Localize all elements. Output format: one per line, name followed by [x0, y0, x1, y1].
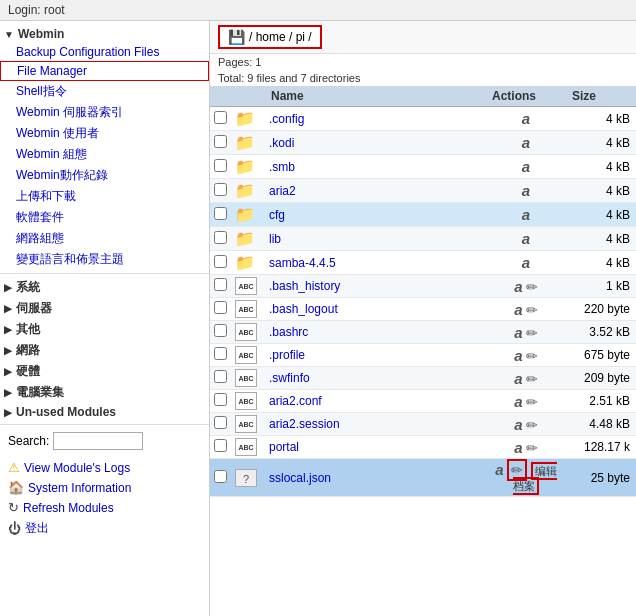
file-tbody: 📁.configa4 kB📁.kodia4 kB📁.smba4 kB📁aria2…	[210, 107, 636, 497]
computer-label: 電腦業集	[16, 384, 64, 401]
sidebar-item-webmin-log[interactable]: Webmin動作紀錄	[0, 165, 209, 186]
sidebar-item-webmin-users[interactable]: Webmin 使用者	[0, 123, 209, 144]
action-edit-btn[interactable]: ✏	[526, 371, 538, 387]
logout-icon: ⏻	[8, 521, 21, 536]
file-name-link[interactable]: .config	[269, 112, 304, 126]
file-name-link[interactable]: aria2.session	[269, 417, 340, 431]
row-checkbox[interactable]	[214, 324, 227, 337]
file-name-link[interactable]: lib	[269, 232, 281, 246]
file-name-link[interactable]: sslocal.json	[269, 471, 331, 485]
row-checkbox[interactable]	[214, 416, 227, 429]
sidebar-item-shell[interactable]: Shell指令	[0, 81, 209, 102]
action-rename-btn[interactable]: a	[514, 439, 522, 456]
row-checkbox[interactable]	[214, 370, 227, 383]
row-checkbox[interactable]	[214, 470, 227, 483]
file-size: 4.48 kB	[566, 413, 636, 436]
file-area: 💾 / home / pi / Pages: 1 Total: 9 files …	[210, 21, 636, 616]
unused-arrow: ▶	[4, 407, 12, 418]
row-checkbox[interactable]	[214, 183, 227, 196]
system-info-action[interactable]: 🏠 System Information	[0, 478, 209, 497]
table-row: 📁.smba4 kB	[210, 155, 636, 179]
row-checkbox[interactable]	[214, 159, 227, 172]
system-group[interactable]: ▶ 系統	[0, 277, 209, 298]
row-checkbox[interactable]	[214, 278, 227, 291]
action-rename-btn[interactable]: a	[514, 347, 522, 364]
action-edit-btn[interactable]: ✏	[526, 302, 538, 318]
action-edit-btn[interactable]: ✏	[526, 325, 538, 341]
file-name-link[interactable]: .bash_logout	[269, 302, 338, 316]
action-edit-btn[interactable]: ✏	[526, 348, 538, 364]
sidebar-item-software[interactable]: 軟體套件	[0, 207, 209, 228]
action-edit-btn[interactable]: ✏	[526, 417, 538, 433]
abc-file-icon: ABC	[235, 300, 257, 318]
action-rename-btn[interactable]: a	[514, 393, 522, 410]
sidebar-item-theme[interactable]: 變更語言和佈景主題	[0, 249, 209, 270]
sidebar-item-webmin-index[interactable]: Webmin 伺服器索引	[0, 102, 209, 123]
abc-file-icon: ABC	[235, 277, 257, 295]
action-rename-btn[interactable]: a	[514, 278, 522, 295]
file-name-link[interactable]: aria2.conf	[269, 394, 322, 408]
sidebar-item-upload[interactable]: 上傳和下載	[0, 186, 209, 207]
divider-1	[0, 273, 209, 274]
action-rename-btn[interactable]: a	[514, 301, 522, 318]
file-size: 4 kB	[566, 155, 636, 179]
refresh-modules-action[interactable]: ↻ Refresh Modules	[0, 498, 209, 517]
action-rename-btn[interactable]: a	[522, 134, 530, 151]
network-group[interactable]: ▶ 網路	[0, 340, 209, 361]
file-name-link[interactable]: .bash_history	[269, 279, 340, 293]
view-logs-action[interactable]: ⚠ View Module's Logs	[0, 458, 209, 477]
unused-group[interactable]: ▶ Un-used Modules	[0, 403, 209, 421]
file-name-link[interactable]: portal	[269, 440, 299, 454]
row-checkbox[interactable]	[214, 207, 227, 220]
file-name-link[interactable]: .profile	[269, 348, 305, 362]
sidebar-item-network[interactable]: 網路組態	[0, 228, 209, 249]
row-checkbox[interactable]	[214, 231, 227, 244]
action-rename-btn[interactable]: a	[495, 461, 503, 478]
file-size: 4 kB	[566, 227, 636, 251]
table-row: 📁.kodia4 kB	[210, 131, 636, 155]
search-input[interactable]	[53, 432, 143, 450]
other-arrow: ▶	[4, 324, 12, 335]
action-edit-btn[interactable]: ✏	[526, 279, 538, 295]
row-checkbox[interactable]	[214, 301, 227, 314]
action-rename-btn[interactable]: a	[522, 254, 530, 271]
row-checkbox[interactable]	[214, 135, 227, 148]
file-name-link[interactable]: .swfinfo	[269, 371, 310, 385]
file-name-link[interactable]: .smb	[269, 160, 295, 174]
action-rename-btn[interactable]: a	[514, 324, 522, 341]
action-rename-btn[interactable]: a	[522, 230, 530, 247]
row-checkbox[interactable]	[214, 255, 227, 268]
action-rename-btn[interactable]: a	[522, 110, 530, 127]
action-rename-btn[interactable]: a	[522, 158, 530, 175]
action-rename-btn[interactable]: a	[522, 206, 530, 223]
file-name-link[interactable]: .bashrc	[269, 325, 308, 339]
row-checkbox[interactable]	[214, 393, 227, 406]
server-group[interactable]: ▶ 伺服器	[0, 298, 209, 319]
table-row: 📁aria2a4 kB	[210, 179, 636, 203]
computer-group[interactable]: ▶ 電腦業集	[0, 382, 209, 403]
system-info-label: System Information	[28, 481, 131, 495]
other-label: 其他	[16, 321, 40, 338]
table-row: ABC.profilea✏675 byte	[210, 344, 636, 367]
file-name-link[interactable]: samba-4.4.5	[269, 256, 336, 270]
hardware-group[interactable]: ▶ 硬體	[0, 361, 209, 382]
action-edit-btn[interactable]: ✏	[526, 440, 538, 456]
action-rename-btn[interactable]: a	[514, 370, 522, 387]
row-checkbox[interactable]	[214, 439, 227, 452]
file-name-link[interactable]: cfg	[269, 208, 285, 222]
action-rename-btn[interactable]: a	[514, 416, 522, 433]
webmin-group[interactable]: ▼ Webmin	[0, 25, 209, 43]
file-size: 4 kB	[566, 107, 636, 131]
file-name-link[interactable]: .kodi	[269, 136, 294, 150]
action-rename-btn[interactable]: a	[522, 182, 530, 199]
file-name-link[interactable]: aria2	[269, 184, 296, 198]
other-group[interactable]: ▶ 其他	[0, 319, 209, 340]
action-edit-btn[interactable]: ✏	[526, 394, 538, 410]
sidebar-item-webmin-config[interactable]: Webmin 組態	[0, 144, 209, 165]
logout-action[interactable]: ⏻ 登出	[0, 518, 209, 539]
sidebar-item-backup[interactable]: Backup Configuration Files	[0, 43, 209, 61]
file-size: 2.51 kB	[566, 390, 636, 413]
sidebar-item-filemanager[interactable]: File Manager	[0, 61, 209, 81]
row-checkbox[interactable]	[214, 111, 227, 124]
row-checkbox[interactable]	[214, 347, 227, 360]
